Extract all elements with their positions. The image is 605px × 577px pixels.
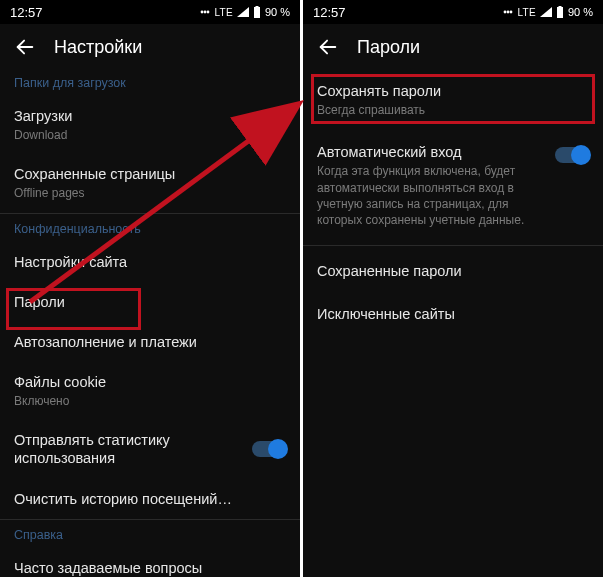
net-dots-icon [503,7,513,17]
battery-icon [253,6,261,18]
svg-point-0 [201,11,204,14]
arrow-left-icon [317,36,339,58]
item-label: Настройки сайта [14,253,127,271]
item-passwords[interactable]: Пароли [0,282,300,322]
item-label: Часто задаваемые вопросы [14,559,202,577]
item-saved-pages[interactable]: Сохраненные страницы Offline pages [0,154,300,212]
battery-pct: 90 % [568,6,593,18]
item-label: Автоматический вход [317,143,537,161]
item-autofill[interactable]: Автозаполнение и платежи [0,322,300,362]
status-bar: 12:57 LTE 90 % [0,0,300,24]
item-usage-stats[interactable]: Отправлять статистику использования [0,420,300,478]
item-label: Отправлять статистику использования [14,431,214,467]
item-sub: Когда эта функция включена, будет автома… [317,163,537,228]
item-sub: Offline pages [14,185,175,201]
item-label: Загрузки [14,107,72,125]
svg-point-7 [507,11,510,14]
settings-list: Папки для загрузок Загрузки Download Сох… [0,68,300,577]
item-sub: Включено [14,393,106,409]
item-label: Файлы cookie [14,373,106,391]
item-sub: Всегда спрашивать [317,102,441,118]
app-bar: Настройки [0,24,300,68]
svg-point-8 [510,11,513,14]
phone-left: 12:57 LTE 90 % Настройки Папки для загру… [0,0,300,577]
item-faq[interactable]: Часто задаваемые вопросы [0,548,300,577]
lte-label: LTE [517,7,536,18]
net-dots-icon [200,7,210,17]
svg-rect-3 [254,7,260,18]
item-saved-passwords-list[interactable]: Сохраненные пароли [303,246,603,294]
item-sub: Download [14,127,72,143]
status-time: 12:57 [10,5,43,20]
signal-icon [237,7,249,17]
battery-pct: 90 % [265,6,290,18]
item-label: Сохраненные страницы [14,165,175,183]
section-downloads: Папки для загрузок [0,68,300,96]
app-bar: Пароли [303,24,603,68]
section-help: Справка [0,520,300,548]
lte-label: LTE [214,7,233,18]
svg-point-2 [207,11,210,14]
svg-rect-9 [557,7,563,18]
item-label: Сохранять пароли [317,82,441,100]
item-label: Сохраненные пароли [317,262,462,280]
signal-icon [540,7,552,17]
item-save-passwords[interactable]: Сохранять пароли Всегда спрашивать [303,68,603,132]
svg-point-1 [204,11,207,14]
battery-icon [556,6,564,18]
item-auto-signin[interactable]: Автоматический вход Когда эта функция вк… [303,132,603,239]
svg-rect-10 [558,6,561,8]
item-clear-history[interactable]: Очистить историю посещений… [0,479,300,519]
item-cookies[interactable]: Файлы cookie Включено [0,362,300,420]
item-downloads[interactable]: Загрузки Download [0,96,300,154]
status-right: LTE 90 % [200,6,290,18]
arrow-left-icon [14,36,36,58]
passwords-list: Сохранять пароли Всегда спрашивать Автом… [303,68,603,334]
item-label: Очистить историю посещений… [14,490,232,508]
section-privacy: Конфиденциальность [0,214,300,242]
item-label: Исключенные сайты [317,305,455,323]
status-time: 12:57 [313,5,346,20]
svg-point-6 [504,11,507,14]
phone-right: 12:57 LTE 90 % Пароли Сохранять пароли В… [303,0,603,577]
svg-rect-4 [255,6,258,8]
page-title: Пароли [357,37,420,58]
toggle-usage-stats[interactable] [252,441,286,457]
item-label: Пароли [14,293,65,311]
back-button[interactable] [317,36,339,58]
page-title: Настройки [54,37,142,58]
item-excluded-sites[interactable]: Исключенные сайты [303,294,603,334]
status-bar: 12:57 LTE 90 % [303,0,603,24]
back-button[interactable] [14,36,36,58]
status-right: LTE 90 % [503,6,593,18]
item-site-settings[interactable]: Настройки сайта [0,242,300,282]
item-label: Автозаполнение и платежи [14,333,197,351]
toggle-auto-signin[interactable] [555,147,589,163]
